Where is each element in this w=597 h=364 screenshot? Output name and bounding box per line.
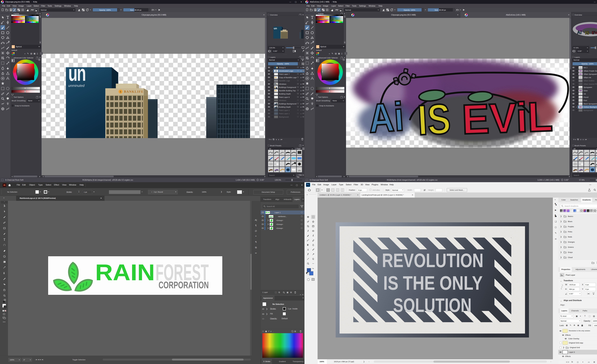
svg-text:EViL: EViL <box>592 30 597 35</box>
svg-text:EViL: EViL <box>461 93 553 143</box>
svg-text:BANKLIFE: BANKLIFE <box>124 90 144 93</box>
svg-text:IS THE ONLY: IS THE ONLY <box>383 272 483 294</box>
svg-text:Ai: Ai <box>577 30 581 35</box>
svg-text:CORPORATION: CORPORATION <box>158 280 209 290</box>
svg-text:SOLUTION: SOLUTION <box>393 294 472 316</box>
svg-text:un: un <box>274 27 277 30</box>
svg-text:IS: IS <box>585 30 589 35</box>
svg-text:unminuted: unminuted <box>68 84 85 87</box>
svg-text:REVOLUTION: REVOLUTION <box>382 249 483 271</box>
svg-text:un: un <box>68 61 86 86</box>
svg-text:RAIN: RAIN <box>95 260 155 285</box>
svg-text:$: $ <box>120 90 121 93</box>
svg-text:IS: IS <box>416 95 452 144</box>
svg-text:Ai: Ai <box>367 93 405 141</box>
